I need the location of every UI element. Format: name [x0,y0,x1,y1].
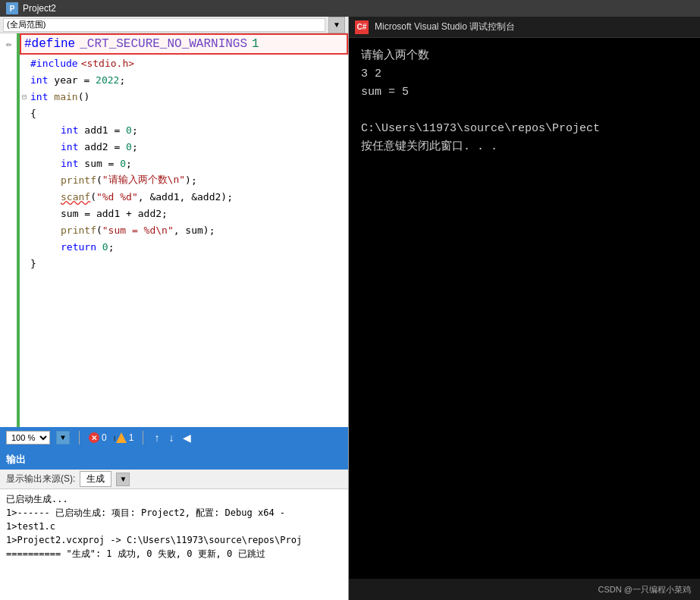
line-include: #include <stdio.h> [0,55,348,71]
scope-bar: ▼ [0,17,348,33]
arrow-down-button[interactable]: ↓ [167,432,175,444]
line-printf2: printf ( "sum = %d\n" , sum); [0,221,348,238]
output-source-label: 显示输出来源(S): [6,473,75,485]
zoom-select[interactable]: 100 % 75 % 125 % 150 % [6,431,50,445]
code-panel: ▼ ✏ #define _CRT_SECURE_NO_WARNINGS 1 [0,17,349,600]
output-title: 输出 [6,453,26,466]
arrow-up-button[interactable]: ↑ [152,432,161,444]
warning-triangle [116,432,127,443]
error-status[interactable]: ✕ 0 [89,432,107,443]
define-value: 1 [252,37,259,51]
main-container: ▼ ✏ #define _CRT_SECURE_NO_WARNINGS 1 [0,17,700,600]
line-add1: int add1 = 0 ; [0,121,348,138]
console-header: C# Microsoft Visual Studio 调试控制台 [349,17,700,38]
warning-count: 1 [129,432,134,443]
line-add2: int add2 = 0 ; [0,138,348,155]
highlighted-define-line: ✏ #define _CRT_SECURE_NO_WARNINGS 1 [20,33,348,55]
console-line-6: 按任意键关闭此窗口. . . [361,138,688,156]
scope-dropdown[interactable]: ▼ [328,17,345,33]
console-line-4 [361,102,688,120]
console-title: Microsoft Visual Studio 调试控制台 [375,20,515,33]
code-lines: #include <stdio.h> int year = 2022 ; [0,33,348,427]
console-footer: CSDN @一只编程小菜鸡 [349,579,700,600]
console-panel: C# Microsoft Visual Studio 调试控制台 请输入两个数 … [349,17,700,600]
console-line-1: 请输入两个数 [361,47,688,65]
output-panel: 输出 显示输出来源(S): 生成 ▼ 已启动生成... 1>------ 已启动… [0,448,348,600]
toolbar-divider1 [79,431,80,445]
app-icon: P [6,2,18,14]
console-icon: C# [355,20,369,34]
output-line-3: 1>test1.c [6,520,342,533]
window-title: Project2 [23,3,56,14]
error-count: 0 [102,432,107,443]
line-open-brace: { [0,105,348,121]
line-main: ⊟ int main () [0,88,348,105]
line-year: int year = 2022 ; [0,71,348,88]
line-return: return 0 ; [0,238,348,255]
output-line-5: ========== "生成": 1 成功, 0 失败, 0 更新, 0 已跳过 [6,547,342,561]
toolbar-divider2 [143,431,143,445]
console-line-2: 3 2 [361,65,688,83]
console-line-3: sum = 5 [361,83,688,102]
output-header: 输出 [0,450,348,470]
code-toolbar: 100 % 75 % 125 % 150 % ▼ ✕ 0 ! [0,427,348,448]
title-bar: P Project2 [0,0,700,17]
define-macro: _CRT_SECURE_NO_WARNINGS [80,37,247,51]
zoom-dropdown[interactable]: ▼ [56,431,70,445]
line-close-brace: } [0,255,348,272]
console-footer-text: CSDN @一只编程小菜鸡 [598,584,691,595]
output-content: 已启动生成... 1>------ 已启动生成: 项目: Project2, 配… [0,489,348,600]
code-editor-top: ▼ ✏ #define _CRT_SECURE_NO_WARNINGS 1 [0,17,348,448]
console-content: 请输入两个数 3 2 sum = 5 C:\Users\11973\source… [349,38,700,579]
code-area: ✏ #define _CRT_SECURE_NO_WARNINGS 1 #inc… [0,33,348,427]
warning-status[interactable]: ! 1 [116,432,134,443]
line-scanf: scanf ( "%d %d" , &add1, &add2); [0,188,348,205]
line-printf1: printf ( "请输入两个数\n" ); [0,171,348,188]
define-keyword: #define [24,37,75,51]
output-source-dropdown[interactable]: ▼ [116,473,130,486]
output-source-value[interactable]: 生成 [80,471,111,487]
output-line-1: 已启动生成... [6,492,342,506]
output-line-4: 1>Project2.vcxproj -> C:\Users\11973\sou… [6,533,342,547]
output-line-2: 1>------ 已启动生成: 项目: Project2, 配置: Debug … [6,506,342,520]
scope-input[interactable] [3,18,325,32]
arrow-left-button[interactable]: ◀ [181,432,193,444]
console-line-5: C:\Users\11973\source\repos\Project [361,120,688,138]
line-sum: int sum = 0 ; [0,155,348,171]
error-icon: ✕ [89,432,99,443]
warning-icon-wrap: ! [116,432,127,443]
pencil-icon: ✏ [6,38,12,50]
line-calc: sum = add1 + add2; [0,205,348,221]
output-source-bar: 显示输出来源(S): 生成 ▼ [0,470,348,489]
warning-exclaim: ! [114,435,116,442]
